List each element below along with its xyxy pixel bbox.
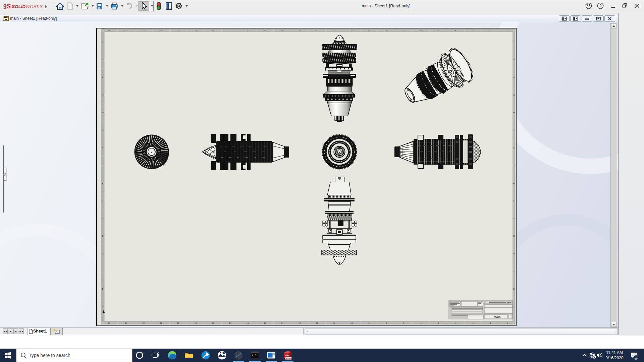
svg-text:15: 15 (264, 322, 266, 324)
svg-text:C:\_: C:\_ (252, 354, 258, 356)
svg-text:D: D (513, 253, 515, 255)
svg-text:16: 16 (247, 29, 249, 32)
svg-text:19: 19 (195, 322, 197, 324)
svg-text:N: N (102, 94, 103, 96)
svg-text:B: B (102, 288, 103, 290)
svg-text:C: C (102, 270, 104, 273)
svg-text:22: 22 (143, 29, 145, 32)
svg-text:19: 19 (195, 29, 197, 32)
svg-text:A: A (102, 306, 103, 308)
svg-text:11: 11 (333, 29, 335, 32)
svg-text:G: G (513, 200, 515, 202)
svg-text:T: T (102, 41, 103, 43)
svg-text:11: 11 (333, 322, 335, 324)
svg-text:3S: 3S (3, 2, 11, 10)
svg-text:24: 24 (108, 322, 110, 324)
svg-text:23: 23 (125, 29, 127, 32)
svg-text:17: 17 (229, 29, 231, 32)
svg-text:A: A (513, 306, 515, 308)
svg-text:?: ? (599, 4, 601, 8)
svg-text:15: 15 (264, 29, 266, 32)
svg-text:T: T (513, 41, 515, 43)
svg-text:K: K (513, 147, 515, 149)
svg-text:12: 12 (316, 322, 318, 324)
svg-text:D: D (102, 253, 104, 255)
svg-text:F: F (102, 218, 103, 220)
svg-text:13: 13 (299, 29, 301, 32)
svg-text:J: J (514, 165, 515, 167)
svg-text:18: 18 (212, 322, 214, 324)
svg-text:3: 3 (635, 356, 637, 359)
svg-text:10: 10 (351, 322, 353, 324)
svg-text:G: G (102, 200, 104, 202)
svg-text:F: F (513, 218, 515, 220)
svg-text:17: 17 (229, 322, 231, 324)
svg-text:M: M (513, 112, 515, 114)
svg-text:20: 20 (177, 29, 179, 32)
svg-text:M: M (102, 112, 104, 114)
svg-text:21: 21 (160, 322, 162, 324)
svg-text:E: E (102, 235, 103, 237)
svg-text:16: 16 (247, 322, 249, 324)
svg-text:14: 14 (281, 29, 283, 32)
svg-text:2020: 2020 (286, 357, 291, 360)
svg-text:H: H (513, 182, 515, 184)
svg-text:P: P (513, 76, 515, 78)
svg-text:SOLIDWORKS: SOLIDWORKS (12, 4, 43, 9)
svg-text:P: P (102, 76, 103, 78)
svg-text:22: 22 (143, 322, 145, 324)
svg-text:10: 10 (351, 29, 353, 32)
svg-text:K: K (102, 147, 103, 149)
svg-text:12: 12 (316, 29, 318, 32)
svg-text:14: 14 (281, 322, 283, 324)
svg-text:C: C (513, 270, 515, 273)
svg-text:B: B (513, 288, 515, 290)
svg-text:13: 13 (299, 322, 301, 324)
svg-text:23: 23 (125, 322, 127, 324)
svg-text:J: J (102, 165, 103, 167)
svg-text:20: 20 (177, 322, 179, 324)
svg-text:main: main (493, 315, 500, 319)
svg-text:H: H (102, 182, 103, 184)
svg-text:N: N (513, 94, 515, 96)
svg-text:E: E (513, 235, 515, 237)
svg-text:24: 24 (108, 29, 110, 32)
svg-text:R: R (513, 59, 515, 61)
svg-text:18: 18 (212, 29, 214, 32)
svg-text:21: 21 (160, 29, 162, 32)
svg-text:R: R (102, 59, 104, 61)
